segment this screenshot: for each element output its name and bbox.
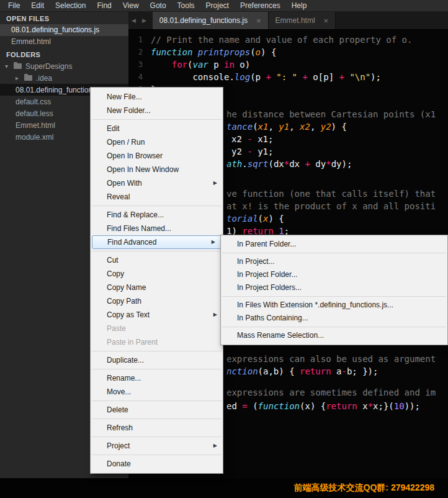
menu-item-copy-name[interactable]: Copy Name xyxy=(91,281,223,294)
menubar-item-edit[interactable]: Edit xyxy=(25,0,50,12)
menu-item-move[interactable]: Move... xyxy=(91,385,223,399)
menubar-item-project[interactable]: Project xyxy=(200,0,235,12)
menu-item-label: Paste in Parent xyxy=(107,338,158,346)
menu-item-label: Move... xyxy=(107,387,131,396)
code-token: , xyxy=(310,122,321,132)
menu-item-delete[interactable]: Delete xyxy=(91,403,223,417)
menubar-item-tools[interactable]: Tools xyxy=(172,0,200,12)
code-token: (p xyxy=(250,72,266,82)
tab-close-icon[interactable]: × xyxy=(324,16,329,25)
menubar-item-help[interactable]: Help xyxy=(286,0,313,12)
menu-item-rename[interactable]: Rename... xyxy=(91,371,223,385)
code-token: return xyxy=(326,401,357,411)
tab-emmet-html[interactable]: Emmet.html× xyxy=(269,12,336,29)
menu-item-copy-path[interactable]: Copy Path xyxy=(91,294,223,308)
menu-item-in-project-folders[interactable]: In Project Folders... xyxy=(221,281,447,294)
tab-nav-back-icon[interactable]: ◀ xyxy=(128,12,139,29)
menu-item-open-in-browser[interactable]: Open In Browser xyxy=(91,149,223,163)
code-fragment: expressions are sometimes defined and im xyxy=(226,386,436,399)
code-fragment: nction(a,b) { return a-b; }); xyxy=(226,365,378,378)
menu-separator xyxy=(92,351,222,351)
menu-item-find-files-named[interactable]: Find Files Named... xyxy=(91,222,223,235)
code-token xyxy=(151,60,172,70)
menu-item-in-project[interactable]: In Project... xyxy=(221,255,447,268)
code-text: function printprops(o) { xyxy=(151,46,276,58)
menu-item-find-advanced[interactable]: Find Advanced▶ xyxy=(92,235,222,249)
collapse-icon[interactable]: ▾ xyxy=(5,63,14,70)
code-token: ath xyxy=(226,159,242,169)
open-file-08-01-defining-functions-js[interactable]: 08.01.defining_functions.js xyxy=(0,24,128,36)
menu-item-label: In Project... xyxy=(237,257,275,266)
menu-item-label: Project xyxy=(107,441,130,450)
folder-icon xyxy=(14,63,22,69)
code-fragment: torial(x) { xyxy=(226,212,284,225)
tree-item-idea[interactable]: ▸.idea xyxy=(0,72,128,84)
menu-item-label: Reveal xyxy=(107,192,130,201)
menu-item-find-replace[interactable]: Find & Replace... xyxy=(91,208,223,222)
menubar: FileEditSelectionFindViewGotoToolsProjec… xyxy=(0,0,448,12)
code-token: at x! is the product of x and all positi xyxy=(226,201,436,211)
tabbar: ◀ ▶ 08.01.defining_functions.js×Emmet.ht… xyxy=(128,12,448,30)
expand-icon[interactable]: ▸ xyxy=(16,75,24,81)
code-token: expressions are sometimes defined and im xyxy=(226,387,436,397)
line-number: 4 xyxy=(128,71,151,83)
code-token: // Print the name and value of each prop… xyxy=(151,35,412,45)
menu-item-project[interactable]: Project▶ xyxy=(91,439,223,453)
menu-item-new-file[interactable]: New File... xyxy=(91,90,223,104)
code-token: x;}( xyxy=(373,401,394,411)
menu-item-edit[interactable]: Edit xyxy=(91,122,223,135)
menu-item-refresh[interactable]: Refresh xyxy=(91,421,223,435)
code-line: 3 for(var p in o) xyxy=(128,58,448,71)
code-token: x2 xyxy=(231,134,247,144)
menu-item-open-in-new-window[interactable]: Open In New Window xyxy=(91,163,223,176)
statusbar: 前端高级技术交流QQ群: 279422298 xyxy=(0,478,448,498)
menu-item-open-with[interactable]: Open With▶ xyxy=(91,176,223,190)
menu-item-label: Refresh xyxy=(107,423,133,432)
tree-label: Emmet.html xyxy=(16,121,55,130)
menu-item-in-paths-containing[interactable]: In Paths Containing... xyxy=(221,312,447,325)
menu-item-copy-as-text[interactable]: Copy as Text▶ xyxy=(91,308,223,322)
menu-item-label: Cut xyxy=(107,256,119,265)
tree-label: module.xml xyxy=(16,133,53,142)
tab-08-01-defining-functions-js[interactable]: 08.01.defining_functions.js× xyxy=(153,12,269,29)
code-token: . xyxy=(242,159,247,169)
menu-item-new-folder[interactable]: New Folder... xyxy=(91,104,223,117)
code-token: x xyxy=(357,401,368,411)
code-line: 4 console.log(p + ": " + o[p] + "\n"); xyxy=(128,71,448,83)
submenu-arrow-icon: ▶ xyxy=(213,308,217,322)
code-token: console. xyxy=(151,72,235,82)
code-token: log xyxy=(235,72,250,82)
menubar-item-selection[interactable]: Selection xyxy=(50,0,91,12)
menu-item-donate[interactable]: Donate xyxy=(91,457,223,471)
menu-item-copy[interactable]: Copy xyxy=(91,267,223,281)
menubar-item-view[interactable]: View xyxy=(117,0,145,12)
menubar-item-find[interactable]: Find xyxy=(91,0,117,12)
open-file-emmet-html[interactable]: Emmet.html xyxy=(0,36,128,48)
code-token: ); xyxy=(370,72,381,82)
menu-separator xyxy=(222,296,446,297)
open-file-label: 08.01.defining_functions.js xyxy=(11,25,99,34)
menu-separator xyxy=(92,437,222,437)
menu-item-duplicate[interactable]: Duplicate... xyxy=(91,353,223,367)
menubar-item-preferences[interactable]: Preferences xyxy=(235,0,286,12)
menu-item-in-files-with-extension-defining-functions-js[interactable]: In Files With Extension *.defining_funct… xyxy=(221,299,447,312)
menu-item-paste: Paste xyxy=(91,322,223,335)
find-advanced-submenu: In Parent Folder...In Project...In Proje… xyxy=(220,235,448,345)
menu-item-label: Open / Run xyxy=(107,138,145,147)
menu-item-in-project-folder[interactable]: In Project Folder... xyxy=(221,268,447,281)
menu-item-in-parent-folder[interactable]: In Parent Folder... xyxy=(221,238,447,251)
tab-close-icon[interactable]: × xyxy=(256,16,261,25)
menubar-item-file[interactable]: File xyxy=(2,0,25,12)
menu-item-label: Duplicate... xyxy=(107,356,144,364)
code-text: // Print the name and value of each prop… xyxy=(151,34,412,46)
menu-item-open-run[interactable]: Open / Run xyxy=(91,135,223,149)
code-token: dy); xyxy=(331,159,352,169)
menu-item-mass-rename-selection[interactable]: Mass Rename Selection... xyxy=(221,329,447,342)
tree-item-superdesigns[interactable]: ▾SuperDesigns xyxy=(0,60,128,72)
menu-item-cut[interactable]: Cut xyxy=(91,253,223,267)
menu-item-reveal[interactable]: Reveal xyxy=(91,190,223,204)
menubar-item-goto[interactable]: Goto xyxy=(145,0,172,12)
tab-nav-forward-icon[interactable]: ▶ xyxy=(139,12,150,29)
code-fragment: y2 - y1; xyxy=(231,145,273,158)
line-number: 2 xyxy=(128,46,151,58)
